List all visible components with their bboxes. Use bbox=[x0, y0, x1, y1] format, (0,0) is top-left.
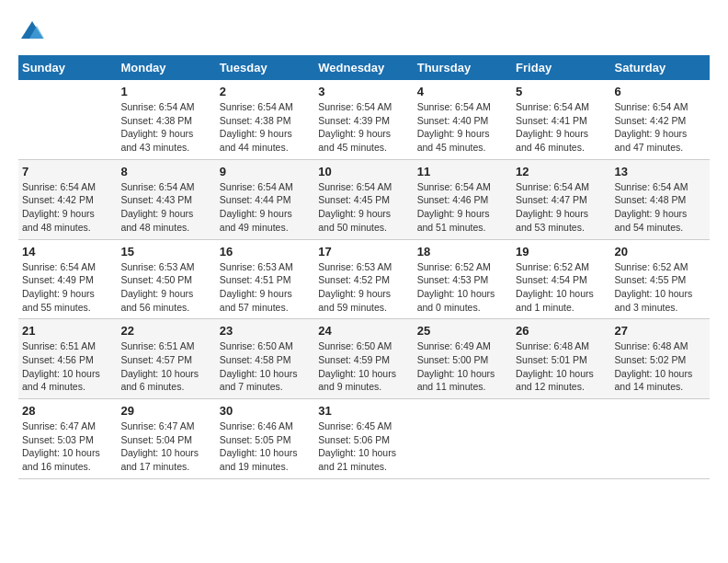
day-number: 16 bbox=[220, 245, 311, 259]
calendar-cell: 15Sunrise: 6:53 AM Sunset: 4:50 PM Dayli… bbox=[117, 239, 215, 319]
day-header-thursday: Thursday bbox=[414, 55, 512, 80]
day-info: Sunrise: 6:47 AM Sunset: 5:03 PM Dayligh… bbox=[22, 419, 113, 474]
day-number: 13 bbox=[615, 165, 706, 178]
day-info: Sunrise: 6:54 AM Sunset: 4:42 PM Dayligh… bbox=[22, 180, 113, 235]
day-header-tuesday: Tuesday bbox=[216, 55, 314, 80]
calendar-cell: 16Sunrise: 6:53 AM Sunset: 4:51 PM Dayli… bbox=[216, 239, 314, 319]
calendar-cell: 23Sunrise: 6:50 AM Sunset: 4:58 PM Dayli… bbox=[216, 319, 314, 399]
calendar-cell: 5Sunrise: 6:54 AM Sunset: 4:41 PM Daylig… bbox=[512, 80, 610, 159]
day-number: 7 bbox=[22, 165, 113, 178]
day-number: 21 bbox=[22, 324, 113, 338]
page-header bbox=[18, 18, 710, 46]
calendar-cell: 2Sunrise: 6:54 AM Sunset: 4:38 PM Daylig… bbox=[216, 80, 314, 159]
days-header-row: SundayMondayTuesdayWednesdayThursdayFrid… bbox=[18, 55, 710, 80]
day-info: Sunrise: 6:53 AM Sunset: 4:52 PM Dayligh… bbox=[318, 260, 409, 315]
logo bbox=[18, 18, 50, 46]
day-number: 26 bbox=[516, 324, 607, 338]
calendar-cell: 7Sunrise: 6:54 AM Sunset: 4:42 PM Daylig… bbox=[18, 159, 117, 239]
calendar-cell: 14Sunrise: 6:54 AM Sunset: 4:49 PM Dayli… bbox=[18, 239, 117, 319]
calendar-cell: 3Sunrise: 6:54 AM Sunset: 4:39 PM Daylig… bbox=[314, 80, 413, 159]
day-number: 23 bbox=[220, 324, 311, 338]
day-number: 28 bbox=[22, 404, 113, 418]
day-number: 4 bbox=[417, 85, 508, 98]
day-info: Sunrise: 6:52 AM Sunset: 4:55 PM Dayligh… bbox=[615, 260, 706, 315]
day-number: 11 bbox=[417, 165, 508, 178]
day-info: Sunrise: 6:54 AM Sunset: 4:39 PM Dayligh… bbox=[318, 100, 409, 155]
day-info: Sunrise: 6:54 AM Sunset: 4:45 PM Dayligh… bbox=[318, 180, 409, 235]
day-number: 6 bbox=[615, 85, 706, 98]
day-number: 5 bbox=[516, 85, 607, 98]
day-number: 17 bbox=[318, 245, 409, 259]
day-header-saturday: Saturday bbox=[611, 55, 710, 80]
day-number: 3 bbox=[318, 85, 409, 98]
calendar-cell: 13Sunrise: 6:54 AM Sunset: 4:48 PM Dayli… bbox=[611, 159, 710, 239]
day-number: 29 bbox=[120, 404, 211, 418]
day-info: Sunrise: 6:54 AM Sunset: 4:40 PM Dayligh… bbox=[417, 100, 508, 155]
day-info: Sunrise: 6:54 AM Sunset: 4:38 PM Dayligh… bbox=[220, 100, 311, 155]
day-number: 1 bbox=[120, 85, 211, 98]
calendar-cell: 1Sunrise: 6:54 AM Sunset: 4:38 PM Daylig… bbox=[117, 80, 215, 159]
calendar-week-row: 21Sunrise: 6:51 AM Sunset: 4:56 PM Dayli… bbox=[18, 319, 710, 399]
calendar-cell: 11Sunrise: 6:54 AM Sunset: 4:46 PM Dayli… bbox=[414, 159, 512, 239]
calendar-cell bbox=[414, 399, 512, 479]
calendar-cell: 26Sunrise: 6:48 AM Sunset: 5:01 PM Dayli… bbox=[512, 319, 610, 399]
calendar-cell: 8Sunrise: 6:54 AM Sunset: 4:43 PM Daylig… bbox=[117, 159, 215, 239]
calendar-cell: 28Sunrise: 6:47 AM Sunset: 5:03 PM Dayli… bbox=[18, 399, 117, 479]
day-header-sunday: Sunday bbox=[18, 55, 117, 80]
calendar-cell: 17Sunrise: 6:53 AM Sunset: 4:52 PM Dayli… bbox=[314, 239, 413, 319]
day-number: 20 bbox=[615, 245, 706, 259]
day-info: Sunrise: 6:51 AM Sunset: 4:56 PM Dayligh… bbox=[22, 339, 113, 394]
day-info: Sunrise: 6:54 AM Sunset: 4:43 PM Dayligh… bbox=[120, 180, 211, 235]
day-info: Sunrise: 6:54 AM Sunset: 4:46 PM Dayligh… bbox=[417, 180, 508, 235]
day-info: Sunrise: 6:45 AM Sunset: 5:06 PM Dayligh… bbox=[318, 419, 409, 474]
calendar-cell: 29Sunrise: 6:47 AM Sunset: 5:04 PM Dayli… bbox=[117, 399, 215, 479]
day-info: Sunrise: 6:49 AM Sunset: 5:00 PM Dayligh… bbox=[417, 339, 508, 394]
day-number: 31 bbox=[318, 404, 409, 418]
calendar-cell bbox=[18, 80, 117, 159]
day-number: 2 bbox=[220, 85, 311, 98]
calendar-cell bbox=[611, 399, 710, 479]
calendar-cell: 25Sunrise: 6:49 AM Sunset: 5:00 PM Dayli… bbox=[414, 319, 512, 399]
day-info: Sunrise: 6:54 AM Sunset: 4:41 PM Dayligh… bbox=[516, 100, 607, 155]
calendar-week-row: 7Sunrise: 6:54 AM Sunset: 4:42 PM Daylig… bbox=[18, 159, 710, 239]
day-info: Sunrise: 6:46 AM Sunset: 5:05 PM Dayligh… bbox=[220, 419, 311, 474]
day-info: Sunrise: 6:47 AM Sunset: 5:04 PM Dayligh… bbox=[120, 419, 211, 474]
logo-icon bbox=[18, 18, 46, 46]
day-number: 8 bbox=[120, 165, 211, 178]
day-info: Sunrise: 6:54 AM Sunset: 4:48 PM Dayligh… bbox=[615, 180, 706, 235]
calendar-cell: 20Sunrise: 6:52 AM Sunset: 4:55 PM Dayli… bbox=[611, 239, 710, 319]
calendar-cell: 9Sunrise: 6:54 AM Sunset: 4:44 PM Daylig… bbox=[216, 159, 314, 239]
day-header-wednesday: Wednesday bbox=[314, 55, 413, 80]
day-number: 30 bbox=[220, 404, 311, 418]
calendar-cell: 18Sunrise: 6:52 AM Sunset: 4:53 PM Dayli… bbox=[414, 239, 512, 319]
day-number: 24 bbox=[318, 324, 409, 338]
calendar-cell: 24Sunrise: 6:50 AM Sunset: 4:59 PM Dayli… bbox=[314, 319, 413, 399]
calendar-week-row: 28Sunrise: 6:47 AM Sunset: 5:03 PM Dayli… bbox=[18, 399, 710, 479]
calendar-cell: 19Sunrise: 6:52 AM Sunset: 4:54 PM Dayli… bbox=[512, 239, 610, 319]
day-number: 18 bbox=[417, 245, 508, 259]
day-info: Sunrise: 6:51 AM Sunset: 4:57 PM Dayligh… bbox=[120, 339, 211, 394]
day-info: Sunrise: 6:54 AM Sunset: 4:44 PM Dayligh… bbox=[220, 180, 311, 235]
calendar-week-row: 14Sunrise: 6:54 AM Sunset: 4:49 PM Dayli… bbox=[18, 239, 710, 319]
day-info: Sunrise: 6:54 AM Sunset: 4:42 PM Dayligh… bbox=[615, 100, 706, 155]
calendar-cell: 10Sunrise: 6:54 AM Sunset: 4:45 PM Dayli… bbox=[314, 159, 413, 239]
day-header-monday: Monday bbox=[117, 55, 215, 80]
calendar-cell bbox=[512, 399, 610, 479]
day-info: Sunrise: 6:53 AM Sunset: 4:50 PM Dayligh… bbox=[120, 260, 211, 315]
day-number: 12 bbox=[516, 165, 607, 178]
calendar-week-row: 1Sunrise: 6:54 AM Sunset: 4:38 PM Daylig… bbox=[18, 80, 710, 159]
day-info: Sunrise: 6:54 AM Sunset: 4:49 PM Dayligh… bbox=[22, 260, 113, 315]
day-number: 22 bbox=[120, 324, 211, 338]
calendar-cell: 21Sunrise: 6:51 AM Sunset: 4:56 PM Dayli… bbox=[18, 319, 117, 399]
day-info: Sunrise: 6:54 AM Sunset: 4:38 PM Dayligh… bbox=[120, 100, 211, 155]
day-info: Sunrise: 6:50 AM Sunset: 4:58 PM Dayligh… bbox=[220, 339, 311, 394]
day-info: Sunrise: 6:52 AM Sunset: 4:53 PM Dayligh… bbox=[417, 260, 508, 315]
day-number: 25 bbox=[417, 324, 508, 338]
day-info: Sunrise: 6:48 AM Sunset: 5:02 PM Dayligh… bbox=[615, 339, 706, 394]
calendar-cell: 31Sunrise: 6:45 AM Sunset: 5:06 PM Dayli… bbox=[314, 399, 413, 479]
day-info: Sunrise: 6:54 AM Sunset: 4:47 PM Dayligh… bbox=[516, 180, 607, 235]
calendar-cell: 12Sunrise: 6:54 AM Sunset: 4:47 PM Dayli… bbox=[512, 159, 610, 239]
calendar-cell: 4Sunrise: 6:54 AM Sunset: 4:40 PM Daylig… bbox=[414, 80, 512, 159]
calendar-table: SundayMondayTuesdayWednesdayThursdayFrid… bbox=[18, 55, 710, 479]
day-number: 15 bbox=[120, 245, 211, 259]
